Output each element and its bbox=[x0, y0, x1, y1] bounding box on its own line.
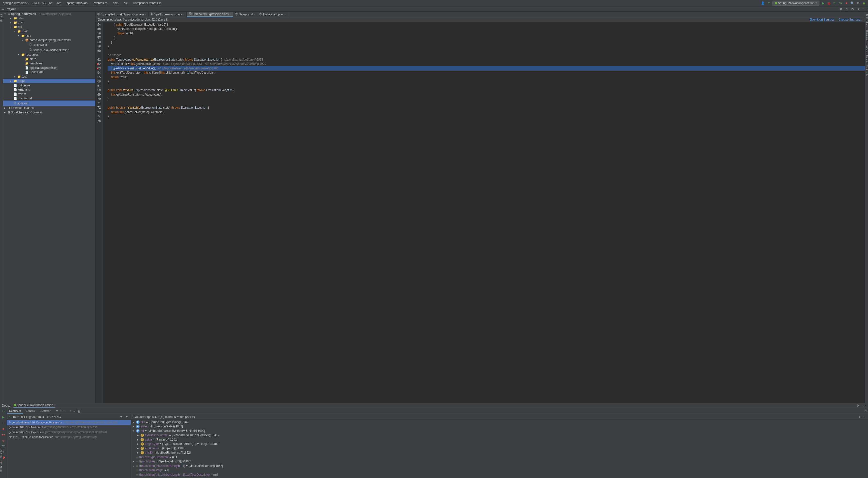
breadcrumb-item[interactable]: CompoundExpression bbox=[132, 1, 163, 5]
resume-icon[interactable]: ▶ bbox=[1, 415, 6, 419]
variable-row[interactable]: ▶farguments = {Object[1]@1993} bbox=[131, 446, 868, 450]
tree-item[interactable]: ▼📁src bbox=[3, 25, 95, 29]
profile-icon[interactable]: ⊙▾ bbox=[838, 1, 843, 5]
locate-icon[interactable]: ⊕ bbox=[839, 7, 843, 11]
variable-row[interactable]: ▼Pref = {MethodReference$MethodValueRef@… bbox=[131, 428, 868, 433]
close-icon[interactable]: × bbox=[183, 13, 185, 15]
stop-debug-icon[interactable]: ■ bbox=[1, 427, 6, 431]
tree-item[interactable]: 📁templates bbox=[3, 61, 95, 66]
close-icon[interactable]: × bbox=[284, 13, 286, 15]
tree-item[interactable]: ▶⊞External Libraries bbox=[3, 106, 95, 110]
tree-item[interactable]: ▼📁java bbox=[3, 34, 95, 38]
user-icon[interactable]: 👤 bbox=[761, 1, 765, 5]
right-tool-button[interactable]: Endpoints bbox=[865, 64, 868, 77]
structure-tool-button[interactable]: Structure bbox=[0, 446, 3, 459]
step-out-icon[interactable]: ↑ bbox=[68, 409, 72, 413]
close-icon[interactable]: × bbox=[229, 13, 231, 15]
breadcrumb-item[interactable]: org bbox=[56, 1, 62, 5]
variable-row[interactable]: ▶fevaluationContext = {StandardEvaluatio… bbox=[131, 433, 868, 437]
variable-row[interactable]: ∞this.exitTypeDescriptor = null bbox=[131, 455, 868, 459]
debug-icon[interactable]: 🐞 bbox=[827, 1, 831, 5]
back-icon[interactable]: ↶ bbox=[767, 1, 771, 5]
right-tool-button[interactable]: Notifications bbox=[865, 13, 868, 29]
variable-row[interactable]: ∞this.children.length = 3 bbox=[131, 468, 868, 472]
close-icon[interactable]: × bbox=[254, 13, 255, 15]
variable-row[interactable]: ∞this.children[this.children.length - 1]… bbox=[131, 472, 868, 477]
stack-frame[interactable]: getValue:265, SpelExpression (org.spring… bbox=[7, 429, 130, 435]
watch-input[interactable]: Evaluate expression (⏎) or add a watch (… bbox=[133, 415, 857, 419]
breadcrumb-item[interactable]: spel bbox=[112, 1, 119, 5]
tree-item[interactable]: ▶⊞Scratches and Consoles bbox=[3, 110, 95, 115]
right-tool-button[interactable]: SciView bbox=[865, 42, 868, 54]
tree-item[interactable]: ⒸSpringHelloworldApplication bbox=[3, 47, 95, 53]
tree-item[interactable]: ▼📁resources bbox=[3, 53, 95, 57]
bookmarks-tool-button[interactable]: Bookmarks bbox=[0, 459, 2, 473]
debug-tab[interactable]: Debugger bbox=[7, 409, 23, 414]
mute-bp-icon[interactable]: ⊘ bbox=[1, 438, 6, 443]
pause-icon[interactable]: ⏸ bbox=[1, 421, 6, 425]
project-tree[interactable]: ▼▭ spring_helloworld ~/Projects/spring_h… bbox=[3, 12, 96, 403]
search-icon[interactable]: 🔍 bbox=[850, 1, 855, 5]
gear-icon[interactable]: ⚙ bbox=[856, 7, 861, 11]
breadcrumb-item[interactable]: ast bbox=[123, 1, 129, 5]
tree-item[interactable]: 📄Beans.xml bbox=[3, 70, 95, 74]
variable-row[interactable]: ▶ftargetType = {TypeDescriptor@1992} "ja… bbox=[131, 442, 868, 446]
run-config-selector[interactable]: ⬢ SpringHelloworldApplication ▼ bbox=[772, 1, 819, 6]
tree-item[interactable]: 📄.gitignore bbox=[3, 83, 95, 88]
right-tool-button[interactable]: Maven bbox=[865, 54, 868, 64]
variable-row[interactable]: ▶fthis$0 = {MethodReference@1862} bbox=[131, 450, 868, 455]
editor-tab[interactable]: ⒸBeans.xml× bbox=[233, 12, 257, 17]
right-tool-button[interactable]: Database bbox=[865, 29, 868, 42]
breadcrumb-item[interactable]: expression bbox=[93, 1, 109, 5]
stack-frame[interactable]: ↻ getValueInternal:90, CompoundExpressio… bbox=[7, 420, 130, 425]
dropdown-icon[interactable]: ▾ bbox=[125, 415, 129, 419]
debug-tab[interactable]: Console bbox=[23, 409, 38, 414]
tree-item[interactable]: ▼📦com.example.spring_helloworld bbox=[3, 38, 95, 42]
tree-item[interactable]: 📄application.properties bbox=[3, 66, 95, 70]
tree-item[interactable]: ▶📁.idea bbox=[3, 16, 95, 21]
settings-icon[interactable]: ⚙ bbox=[856, 1, 860, 5]
variable-row[interactable]: ▶Pthis = {CompoundExpression@1844} bbox=[131, 420, 868, 424]
avatar-icon[interactable]: ◉ bbox=[862, 1, 866, 5]
threads-icon[interactable]: ≡ bbox=[55, 409, 59, 413]
add-watch-icon[interactable]: + bbox=[857, 415, 862, 419]
tree-item[interactable]: 📄mvnw.cmd bbox=[3, 96, 95, 101]
editor-tab[interactable]: ⒸSpelExpression.class× bbox=[149, 12, 187, 17]
editor-tab[interactable]: ⒸHelloWorld.java× bbox=[257, 12, 288, 17]
tree-root[interactable]: ▼▭ spring_helloworld ~/Projects/spring_h… bbox=[3, 12, 95, 16]
breadcrumb-item[interactable]: springframework bbox=[66, 1, 89, 5]
breadcrumb-item[interactable]: spring-expression-5.1.9.RELEASE.jar bbox=[2, 1, 53, 5]
breakpoints-icon[interactable]: ●● bbox=[1, 433, 6, 437]
code-editor[interactable]: 5455565758596061626364656667686970717273… bbox=[96, 22, 865, 403]
variable-row[interactable]: ▶fvalue = {Runtime@1991} bbox=[131, 437, 868, 442]
stop-icon[interactable]: ■ bbox=[844, 1, 848, 5]
tree-item[interactable]: ▼📁main bbox=[3, 29, 95, 34]
close-icon[interactable]: × bbox=[145, 13, 146, 15]
step-over-icon[interactable]: ↷ bbox=[59, 409, 64, 413]
editor-gutter[interactable]: 5455565758596061626364656667686970717273… bbox=[96, 22, 103, 403]
stack-frame[interactable]: getValue:109, SpelNodeImpl (org.springfr… bbox=[7, 425, 130, 429]
debug-settings-icon[interactable]: ⚙ bbox=[855, 403, 860, 408]
rerun-icon[interactable]: ↻ bbox=[1, 409, 6, 414]
thread-label[interactable]: "main"@1 in group "main": RUNNING bbox=[12, 415, 61, 419]
hide-debug-icon[interactable]: — bbox=[862, 403, 866, 408]
expand-icon[interactable]: ⇲ bbox=[845, 7, 849, 11]
tree-item[interactable]: 📄mvnw bbox=[3, 92, 95, 96]
filter-icon[interactable]: ▼ bbox=[119, 415, 123, 419]
coverage-icon[interactable]: ⟳ bbox=[833, 1, 837, 5]
layout-icon[interactable]: ⊞ bbox=[864, 409, 868, 413]
tree-item[interactable]: ▶📁test bbox=[3, 74, 95, 79]
stack-frame[interactable]: main:23, SpringHelloworldApplication (co… bbox=[7, 435, 130, 439]
remove-watch-icon[interactable]: − bbox=[862, 415, 866, 419]
run-to-cursor-icon[interactable]: →| bbox=[72, 409, 77, 413]
hide-icon[interactable]: — bbox=[862, 7, 867, 11]
editor-code[interactable]: } catch (SpelEvaluationException var16) … bbox=[103, 22, 865, 403]
chevron-down-icon[interactable]: ▼ bbox=[17, 8, 19, 10]
download-sources-link[interactable]: Download Sources bbox=[810, 18, 834, 22]
run-icon[interactable]: ▶ bbox=[821, 1, 825, 5]
variable-row[interactable]: ▶∞this.children[this.children.length - 1… bbox=[131, 464, 868, 468]
tree-item[interactable]: ▶📁.mvn bbox=[3, 21, 95, 25]
tree-item[interactable]: 📁static bbox=[3, 57, 95, 61]
step-into-icon[interactable]: ↓ bbox=[64, 409, 68, 413]
project-tool-button[interactable]: Project bbox=[0, 13, 3, 23]
